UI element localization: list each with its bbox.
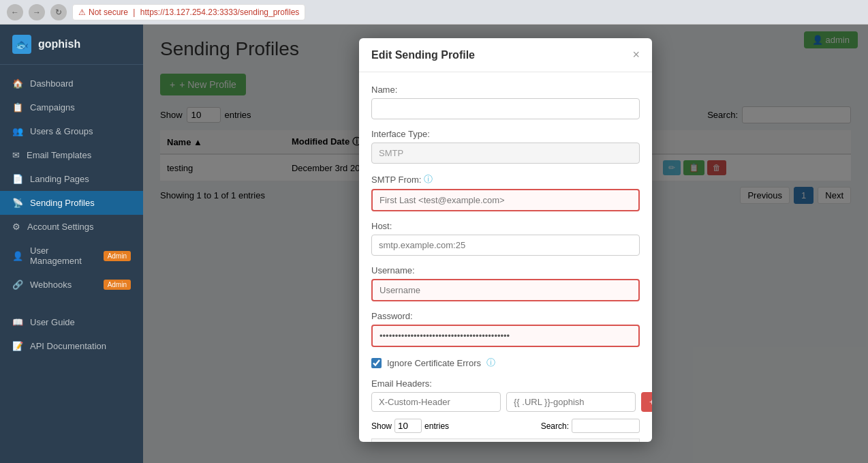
sending-icon: 📡 xyxy=(12,198,23,208)
password-group: Password: xyxy=(371,311,640,347)
sidebar-item-api-docs[interactable]: 📝 API Documentation xyxy=(0,334,143,358)
header-name-input[interactable] xyxy=(371,392,501,412)
forward-btn[interactable]: → xyxy=(29,4,45,20)
ignore-cert-group: Ignore Certificate Errors ⓘ xyxy=(371,357,640,369)
sidebar-logo: 🐟 gophish xyxy=(0,25,143,65)
mini-search: Search: xyxy=(541,419,640,433)
add-custom-header-button[interactable]: + Add Custom Header xyxy=(641,392,652,412)
sidebar-item-landing-pages[interactable]: 📄 Landing Pages xyxy=(0,167,143,191)
mini-search-input[interactable] xyxy=(572,419,640,433)
email-headers-section: Email Headers: + Add Custom Header Sh xyxy=(371,378,640,442)
api-icon: 📝 xyxy=(12,341,23,351)
interface-type-label: Interface Type: xyxy=(371,129,640,139)
browser-chrome: ← → ↻ ⚠ Not secure | https://13.127.254.… xyxy=(0,0,868,25)
name-field-group: Name: xyxy=(371,85,640,119)
edit-sending-profile-modal: Edit Sending Profile × Name: Interface T… xyxy=(359,38,652,442)
admin-badge-webhooks: Admin xyxy=(104,280,131,290)
sidebar-item-user-management[interactable]: 👤 User Management Admin xyxy=(0,239,143,273)
username-label: Username: xyxy=(371,265,640,275)
guide-icon: 📖 xyxy=(12,317,23,327)
name-label: Name: xyxy=(371,85,640,95)
header-col-header: Header ▲ xyxy=(372,439,515,442)
email-headers-label: Email Headers: xyxy=(371,378,640,389)
sidebar-item-campaigns[interactable]: 📋 Campaigns xyxy=(0,95,143,119)
admin-badge: Admin xyxy=(104,251,131,261)
host-input[interactable] xyxy=(371,235,640,256)
modal-close-button[interactable]: × xyxy=(632,48,640,62)
password-input[interactable] xyxy=(371,325,640,347)
settings-icon: ⚙ xyxy=(12,222,20,232)
sidebar-item-label: API Documentation xyxy=(30,341,106,351)
smtp-from-info-icon[interactable]: ⓘ xyxy=(424,173,433,185)
smtp-from-label: SMTP From: ⓘ xyxy=(371,173,640,185)
sidebar-item-email-templates[interactable]: ✉ Email Templates xyxy=(0,143,143,167)
back-btn[interactable]: ← xyxy=(7,4,23,20)
username-input[interactable] xyxy=(371,279,640,301)
sidebar-item-label: Sending Profiles xyxy=(30,198,95,208)
plus-icon: + xyxy=(649,397,652,407)
sidebar-item-account-settings[interactable]: ⚙ Account Settings xyxy=(0,215,143,239)
modal-overlay: Edit Sending Profile × Name: Interface T… xyxy=(143,25,868,463)
sidebar-item-label: Landing Pages xyxy=(30,174,89,184)
sidebar-item-webhooks[interactable]: 🔗 Webhooks Admin xyxy=(0,273,143,297)
sidebar-item-label: Campaigns xyxy=(30,102,75,113)
dashboard-icon: 🏠 xyxy=(12,78,23,89)
ignore-cert-info-icon[interactable]: ⓘ xyxy=(486,357,495,369)
header-inputs-row: + Add Custom Header xyxy=(371,392,640,412)
email-icon: ✉ xyxy=(12,150,20,160)
host-label: Host: xyxy=(371,221,640,231)
mini-show-entries: Show entries xyxy=(371,419,449,433)
smtp-from-input[interactable] xyxy=(371,189,640,211)
sidebar-item-label: User Management xyxy=(30,245,97,266)
user-mgmt-icon: 👤 xyxy=(12,251,23,261)
warning-icon: ⚠ xyxy=(78,8,86,17)
modal-header: Edit Sending Profile × xyxy=(359,38,652,72)
modal-body: Name: Interface Type: SMTP From: ⓘ xyxy=(359,72,652,442)
sidebar: 🐟 gophish 🏠 Dashboard 📋 Campaigns 👥 User… xyxy=(0,25,143,463)
mini-entries-input[interactable] xyxy=(394,419,422,433)
refresh-btn[interactable]: ↻ xyxy=(50,4,67,20)
headers-table: Header ▲ Value ⓘ No data available in ta… xyxy=(371,438,640,442)
logo-icon: 🐟 xyxy=(12,35,31,54)
value-col-header: Value ⓘ xyxy=(514,439,639,442)
sidebar-item-label: Email Templates xyxy=(27,150,91,160)
mini-table-controls: Show entries Search: xyxy=(371,419,640,433)
security-indicator: ⚠ Not secure | https://13.127.254.23:333… xyxy=(72,4,305,20)
sidebar-item-user-guide[interactable]: 📖 User Guide xyxy=(0,310,143,334)
sidebar-nav: 🏠 Dashboard 📋 Campaigns 👥 Users & Groups… xyxy=(0,65,143,463)
ignore-cert-label[interactable]: Ignore Certificate Errors ⓘ xyxy=(371,357,640,369)
app-name: gophish xyxy=(38,38,80,50)
main-content: 👤 admin Sending Profiles + + New Profile… xyxy=(143,25,868,463)
sidebar-item-users-groups[interactable]: 👥 Users & Groups xyxy=(0,119,143,143)
interface-type-input[interactable] xyxy=(371,143,640,164)
ignore-cert-checkbox[interactable] xyxy=(371,358,382,368)
smtp-from-group: SMTP From: ⓘ xyxy=(371,173,640,211)
sidebar-item-label: Account Settings xyxy=(27,222,94,232)
sidebar-item-label: User Guide xyxy=(30,317,75,327)
landing-icon: 📄 xyxy=(12,174,23,184)
fish-icon: 🐟 xyxy=(15,38,29,51)
modal-title: Edit Sending Profile xyxy=(371,49,475,61)
sidebar-item-label: Users & Groups xyxy=(30,126,93,136)
sidebar-item-dashboard[interactable]: 🏠 Dashboard xyxy=(0,72,143,95)
header-value-input[interactable] xyxy=(506,392,636,412)
username-group: Username: xyxy=(371,265,640,301)
password-label: Password: xyxy=(371,311,640,321)
campaigns-icon: 📋 xyxy=(12,102,23,113)
interface-type-group: Interface Type: xyxy=(371,129,640,164)
webhooks-icon: 🔗 xyxy=(12,280,23,290)
name-input[interactable] xyxy=(371,98,640,119)
sidebar-item-sending-profiles[interactable]: 📡 Sending Profiles xyxy=(0,191,143,215)
app-container: 🐟 gophish 🏠 Dashboard 📋 Campaigns 👥 User… xyxy=(0,25,868,463)
sidebar-item-label: Dashboard xyxy=(30,78,74,89)
host-group: Host: xyxy=(371,221,640,256)
sidebar-item-label: Webhooks xyxy=(30,280,72,290)
users-icon: 👥 xyxy=(12,126,23,136)
